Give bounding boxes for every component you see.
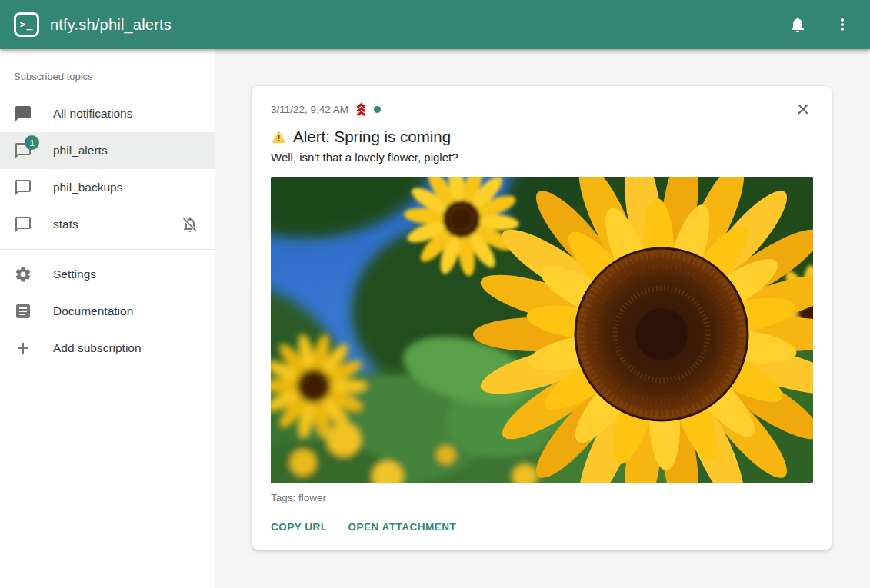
sidebar-item-all-notifications[interactable]: All notifications bbox=[0, 95, 215, 132]
sidebar-item-add-subscription[interactable]: Add subscription bbox=[0, 330, 215, 367]
chat-bubble-outline-icon bbox=[14, 215, 32, 234]
sidebar: Subscribed topics All notifications 1 ph… bbox=[0, 49, 215, 588]
close-icon[interactable] bbox=[793, 99, 813, 121]
sidebar-item-label: phil_backups bbox=[53, 181, 122, 194]
sidebar-item-documentation[interactable]: Documentation bbox=[0, 293, 215, 330]
notification-tags: Tags: flower bbox=[271, 492, 813, 503]
sidebar-item-phil-backups[interactable]: phil_backups bbox=[0, 169, 215, 206]
notification-body: Well, isn't that a lovely flower, piglet… bbox=[271, 151, 813, 164]
notification-timestamp: 3/11/22, 9:42 AM bbox=[271, 104, 348, 115]
sidebar-item-phil-alerts[interactable]: 1 phil_alerts bbox=[0, 132, 215, 169]
ntfy-logo-icon: >_ bbox=[14, 12, 39, 37]
notifications-bell-icon[interactable] bbox=[787, 14, 808, 35]
priority-high-icon bbox=[354, 102, 368, 117]
plus-icon bbox=[14, 339, 32, 357]
copy-url-button[interactable]: COPY URL bbox=[271, 521, 328, 533]
open-attachment-button[interactable]: OPEN ATTACHMENT bbox=[348, 521, 457, 533]
gear-icon bbox=[14, 265, 32, 284]
article-icon bbox=[14, 302, 32, 321]
notification-card: 3/11/22, 9:42 AM bbox=[252, 86, 832, 550]
subscribed-topics-label: Subscribed topics bbox=[0, 61, 215, 95]
sidebar-item-label: All notifications bbox=[53, 107, 132, 121]
sidebar-item-label: Documentation bbox=[53, 304, 133, 318]
sidebar-item-label: stats bbox=[53, 218, 78, 231]
main-content: 3/11/22, 9:42 AM bbox=[215, 49, 870, 588]
bell-off-icon bbox=[181, 215, 199, 234]
sidebar-item-label: Settings bbox=[53, 267, 96, 281]
notification-meta: 3/11/22, 9:42 AM bbox=[271, 101, 381, 118]
kebab-menu-icon[interactable] bbox=[832, 14, 853, 35]
unread-count-badge: 1 bbox=[25, 135, 39, 150]
chat-bubble-filled-icon bbox=[14, 105, 32, 123]
chat-bubble-outline-icon bbox=[14, 178, 32, 197]
notification-title: Alert: Spring is coming bbox=[271, 128, 813, 146]
sidebar-item-label: Add subscription bbox=[53, 341, 142, 355]
app-bar: >_ ntfy.sh/phil_alerts bbox=[0, 0, 870, 49]
notification-actions: COPY URL OPEN ATTACHMENT bbox=[271, 521, 813, 536]
notification-header: 3/11/22, 9:42 AM bbox=[271, 101, 813, 121]
notification-title-text: Alert: Spring is coming bbox=[293, 128, 451, 146]
sidebar-item-stats[interactable]: stats bbox=[0, 206, 215, 243]
sidebar-item-settings[interactable]: Settings bbox=[0, 256, 215, 293]
attachment-image[interactable] bbox=[271, 177, 813, 483]
chat-bubble-outline-icon: 1 bbox=[14, 141, 32, 160]
app-bar-title: ntfy.sh/phil_alerts bbox=[50, 16, 172, 34]
sidebar-divider bbox=[0, 249, 215, 250]
unread-dot-icon bbox=[374, 106, 381, 113]
page-body: Subscribed topics All notifications 1 ph… bbox=[0, 49, 870, 588]
warning-emoji-icon bbox=[271, 129, 287, 145]
app-bar-actions bbox=[787, 14, 853, 35]
sidebar-item-label: phil_alerts bbox=[53, 144, 108, 158]
